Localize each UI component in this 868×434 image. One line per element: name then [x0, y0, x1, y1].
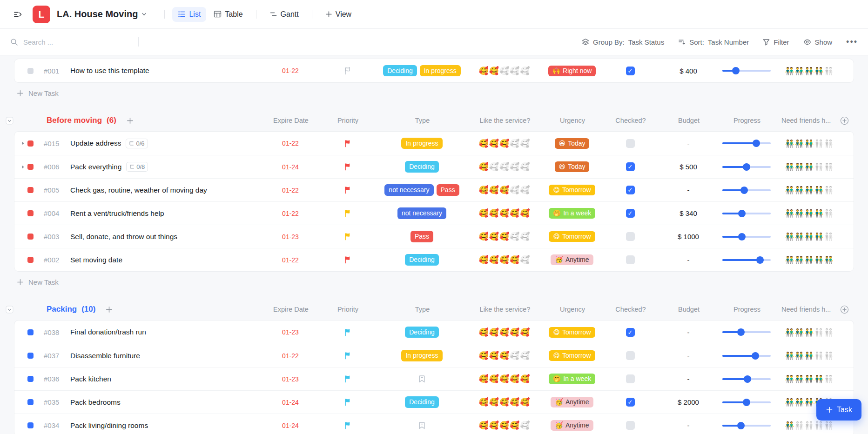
- task-name[interactable]: Check gas, routine, weather of moving da…: [70, 186, 207, 194]
- checkbox[interactable]: [626, 421, 635, 430]
- friends-rating-cell[interactable]: 👬👬👬👬👬: [774, 421, 854, 430]
- show-control[interactable]: Show: [803, 38, 833, 46]
- task-row[interactable]: #037 Disassemble furniture 01-22 In prog…: [14, 344, 854, 367]
- collapse-group-icon[interactable]: [6, 306, 13, 314]
- type-cell[interactable]: Deciding: [377, 327, 467, 338]
- checkbox[interactable]: ✓: [626, 328, 635, 337]
- checkbox[interactable]: [626, 255, 635, 264]
- expire-date-cell[interactable]: 01-22: [262, 210, 318, 217]
- friends-rating-cell[interactable]: 👬👬👬👬👬: [774, 162, 854, 171]
- type-badge[interactable]: Deciding: [405, 161, 438, 172]
- like-rating[interactable]: 🥰🥰🥰🥰🥰: [478, 351, 530, 361]
- checkbox[interactable]: ✓: [626, 209, 635, 218]
- task-row[interactable]: #035 Pack bedrooms 01-24 Deciding 🥰🥰🥰🥰🥰 …: [14, 390, 854, 414]
- progress-slider[interactable]: [722, 421, 771, 430]
- friends-rating[interactable]: 👬👬👬👬👬: [785, 351, 843, 360]
- task-row[interactable]: #002 Set moving date 01-22 Deciding 🥰🥰🥰🥰…: [14, 248, 854, 271]
- search-box[interactable]: [10, 38, 138, 47]
- progress-slider[interactable]: [722, 139, 771, 147]
- like-rating-cell[interactable]: 🥰🥰🥰🥰🥰: [467, 208, 542, 218]
- expire-date-cell[interactable]: 01-23: [262, 375, 318, 383]
- slider-knob[interactable]: [744, 375, 751, 383]
- friends-rating[interactable]: 👬👬👬👬👬: [785, 139, 843, 148]
- expire-date-cell[interactable]: 01-24: [262, 422, 318, 429]
- urgency-cell[interactable]: 😋Tomorrow: [542, 231, 602, 242]
- subtask-count-badge[interactable]: 0/8: [126, 162, 148, 172]
- friends-rating-cell[interactable]: 👬👬👬👬👬: [774, 374, 854, 383]
- add-field-icon[interactable]: [840, 305, 849, 314]
- friends-rating-cell[interactable]: 👬👬👬👬👬: [774, 328, 854, 337]
- task-name[interactable]: Sell, donate, and throw out things: [70, 233, 177, 241]
- budget-cell[interactable]: $ 500: [658, 163, 719, 171]
- budget-cell[interactable]: $ 340: [658, 209, 719, 217]
- task-row[interactable]: #006 Pack everything 0/8 01-24 Deciding …: [14, 155, 854, 178]
- friends-rating[interactable]: 👬👬👬👬👬: [785, 186, 843, 194]
- checkbox[interactable]: [626, 232, 635, 241]
- collapse-group-icon[interactable]: [6, 117, 13, 125]
- friends-rating[interactable]: 👬👬👬👬👬: [785, 255, 843, 264]
- task-name[interactable]: Rent a vent/truck/friends help: [70, 209, 164, 218]
- type-cell[interactable]: [377, 421, 467, 429]
- friends-rating-cell[interactable]: 👬👬👬👬👬: [774, 209, 854, 218]
- type-badge[interactable]: Pass: [437, 184, 459, 195]
- like-rating[interactable]: 🥰🥰🥰🥰🥰: [478, 66, 530, 76]
- type-badge[interactable]: Deciding: [383, 65, 417, 76]
- friends-rating-cell[interactable]: 👬👬👬👬👬: [774, 139, 854, 148]
- task-row[interactable]: #005 Check gas, routine, weather of movi…: [14, 178, 854, 201]
- urgency-cell[interactable]: 🤭In a week: [542, 374, 602, 384]
- type-badge[interactable]: In progress: [401, 350, 442, 361]
- progress-slider[interactable]: [722, 328, 771, 336]
- task-row[interactable]: #001 How to use this template 01-22 Deci…: [14, 59, 854, 82]
- task-row[interactable]: #038 Final donation/trash run 01-23 Deci…: [14, 320, 854, 344]
- friends-rating-cell[interactable]: 👬👬👬👬👬: [774, 67, 854, 75]
- progress-slider[interactable]: [722, 256, 771, 264]
- expire-date-cell[interactable]: 01-22: [262, 140, 318, 147]
- task-name[interactable]: Pack everything: [70, 163, 121, 171]
- bookmark-icon[interactable]: [418, 421, 425, 429]
- priority-flag-icon[interactable]: [318, 398, 377, 406]
- priority-flag-icon[interactable]: [318, 233, 377, 240]
- like-rating-cell[interactable]: 🥰🥰🥰🥰🥰: [467, 255, 542, 265]
- like-rating-cell[interactable]: 🥰🥰🥰🥰🥰: [467, 397, 542, 407]
- task-name[interactable]: Pack living/dining rooms: [70, 421, 148, 430]
- type-cell[interactable]: Deciding: [377, 254, 467, 265]
- expire-date-cell[interactable]: 01-22: [262, 67, 318, 74]
- progress-slider[interactable]: [722, 163, 771, 171]
- friends-rating[interactable]: 👬👬👬👬👬: [785, 232, 843, 241]
- expire-date-cell[interactable]: 01-23: [262, 328, 318, 336]
- filter-control[interactable]: Filter: [763, 38, 789, 46]
- type-badge[interactable]: Deciding: [405, 254, 438, 265]
- urgency-cell[interactable]: 😋Tomorrow: [542, 350, 602, 361]
- new-task-button[interactable]: New Task: [14, 272, 854, 292]
- like-rating-cell[interactable]: 🥰🥰🥰🥰🥰: [467, 421, 542, 430]
- task-name[interactable]: Disassemble furniture: [70, 352, 140, 360]
- like-rating-cell[interactable]: 🥰🥰🥰🥰🥰: [467, 185, 542, 195]
- new-task-button[interactable]: New Task: [14, 83, 854, 103]
- tab-gantt[interactable]: Gantt: [264, 7, 304, 22]
- urgency-cell[interactable]: 😋Tomorrow: [542, 185, 602, 195]
- task-name[interactable]: Pack kitchen: [70, 375, 111, 383]
- like-rating[interactable]: 🥰🥰🥰🥰🥰: [478, 397, 530, 407]
- sidebar-toggle-icon[interactable]: [11, 8, 24, 21]
- type-cell[interactable]: Pass: [377, 231, 467, 242]
- type-badge[interactable]: Deciding: [405, 327, 438, 338]
- checkbox[interactable]: ✓: [626, 162, 635, 171]
- type-badge[interactable]: Pass: [410, 231, 433, 242]
- priority-flag-icon[interactable]: [318, 140, 377, 147]
- budget-cell[interactable]: -: [658, 140, 719, 147]
- like-rating-cell[interactable]: 🥰🥰🥰🥰🥰: [467, 374, 542, 384]
- budget-cell[interactable]: -: [658, 256, 719, 264]
- slider-knob[interactable]: [752, 352, 759, 360]
- friends-rating[interactable]: 👬👬👬👬👬: [785, 421, 843, 430]
- page-title[interactable]: LA. House Moving: [57, 9, 147, 20]
- budget-cell[interactable]: -: [658, 186, 719, 194]
- urgency-cell[interactable]: 🥳Anytime: [542, 420, 602, 431]
- task-name[interactable]: Update address: [70, 139, 121, 147]
- slider-knob[interactable]: [743, 163, 750, 171]
- priority-flag-icon[interactable]: [318, 421, 377, 429]
- checkbox[interactable]: [626, 351, 635, 360]
- task-row[interactable]: #003 Sell, donate, and throw out things …: [14, 225, 854, 248]
- slider-knob[interactable]: [743, 399, 750, 406]
- add-task-to-group-icon[interactable]: [106, 306, 113, 313]
- friends-rating[interactable]: 👬👬👬👬👬: [785, 328, 843, 337]
